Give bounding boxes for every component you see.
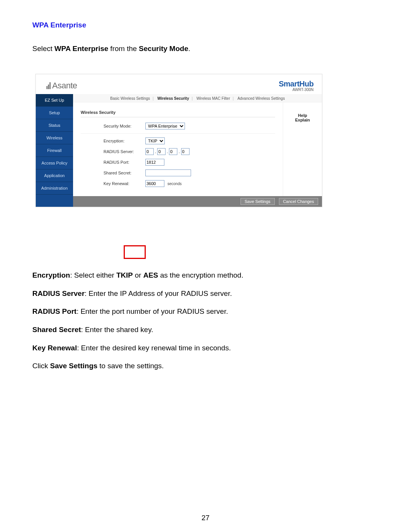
t: : Select either [70,271,116,279]
t: RADIUS Server [32,289,84,297]
label-key-renewal: Key Renewal: [81,181,145,186]
sidebar-item-wireless[interactable]: Wireless [36,132,73,144]
sidebar-item-administration[interactable]: Administration [36,182,73,195]
asante-logo-text: Asante [52,81,77,91]
tab-advanced-wireless[interactable]: Advanced Wireless Settings [236,96,287,101]
tab-sep: | [151,96,155,101]
t: : Enter the shared key. [81,326,153,334]
radius-ip-octet-3[interactable] [169,148,177,155]
intro-pre: Select [32,45,54,53]
t: : Enter the IP Address of your RADIUS se… [84,289,232,297]
intro-post: . [188,45,190,53]
t: as the encryption method. [158,271,244,279]
intro-bold2: Security Mode [139,45,188,53]
label-radius-server: RADIUS Server: [81,149,145,154]
t: Shared Secret [32,326,81,334]
label-security-mode: Security Mode: [81,124,145,128]
save-settings-button[interactable]: Save Settings [241,198,275,205]
desc-encryption-bold: Encryption [32,271,70,279]
security-mode-select[interactable]: WPA Enterprise [145,123,185,129]
intro-bold1: WPA Enterprise [54,45,108,53]
sidebar: EZ Set Up Setup Status Wireless Firewall… [36,94,73,207]
sidebar-item-access-policy[interactable]: Access Policy [36,157,73,169]
page-number: 27 [0,514,411,522]
t: TKIP [116,271,133,279]
sidebar-item-firewall[interactable]: Firewall [36,144,73,157]
t: AES [143,271,158,279]
t: Save Settings [50,362,97,370]
t: Click [32,362,50,370]
intro-mid: from the [108,45,139,53]
dot: . [166,149,169,154]
button-bar: Save Settings Cancel Changes [73,196,322,207]
dot: . [177,149,181,154]
divider [81,133,275,134]
label-radius-port: RADIUS Port: [81,160,145,165]
label-shared-secret: Shared Secret: [81,171,145,175]
key-renewal-unit: seconds [167,182,182,186]
sidebar-item-application[interactable]: Application [36,169,73,182]
asante-bars-icon [46,82,51,89]
shared-secret-input[interactable] [145,169,191,176]
section-title: WPA Enterprise [32,21,379,29]
sidebar-item-ezsetup[interactable]: EZ Set Up [36,94,73,107]
sidebar-item-setup[interactable]: Setup [36,107,73,119]
router-header: Asante SmartHub AWRT-300N [36,74,322,94]
form-area: Wireless Security Security Mode: WPA Ent… [73,102,283,196]
help-line2[interactable]: Explain [286,118,319,122]
radius-port-input[interactable] [145,159,164,166]
radius-ip-octet-1[interactable] [145,148,154,155]
encryption-select[interactable]: TKIP [145,137,165,144]
t: or [133,271,143,279]
radius-ip-octet-4[interactable] [181,148,190,155]
router-admin-screenshot: Asante SmartHub AWRT-300N EZ Set Up Setu… [35,74,322,207]
panel-title: Wireless Security [81,110,275,117]
desc-key-renewal: Key Renewal: Enter the desired key renew… [32,343,379,353]
t: RADIUS Port [32,307,76,315]
radius-ip-octet-2[interactable] [157,148,166,155]
cancel-changes-button[interactable]: Cancel Changes [279,198,318,205]
t: Key Renewal [32,344,77,352]
desc-radius-server: RADIUS Server: Enter the IP Address of y… [32,289,379,299]
desc-shared-secret: Shared Secret: Enter the shared key. [32,325,379,335]
smarthub-logo: SmartHub AWRT-300N [279,80,314,92]
help-column: Help Explain [283,102,322,196]
tab-wireless-security[interactable]: Wireless Security [156,96,190,101]
tab-basic-wireless[interactable]: Basic Wireless Settings [109,96,151,101]
tab-sep: | [191,96,194,101]
smarthub-primary: SmartHub [279,80,314,88]
key-renewal-input[interactable] [145,180,164,187]
asante-logo: Asante [46,81,77,91]
desc-radius-port: RADIUS Port: Enter the port number of yo… [32,307,379,316]
t: to save the settings. [97,362,164,370]
t: : Enter the port number of your RADIUS s… [76,307,228,315]
red-highlight-box [124,245,146,259]
descriptions: Encryption: Select either TKIP or AES as… [32,270,379,371]
tabs-row: Basic Wireless Settings| Wireless Securi… [73,94,322,102]
label-encryption: Encryption: [81,139,145,143]
dot: . [154,149,157,154]
sidebar-item-status[interactable]: Status [36,119,73,132]
tab-mac-filter[interactable]: Wireless MAC Filter [195,96,231,101]
intro-paragraph: Select WPA Enterprise from the Security … [32,45,379,53]
help-line1[interactable]: Help [286,113,319,118]
tab-sep: | [232,96,235,101]
t: : Enter the desired key renewal time in … [77,344,231,352]
desc-encryption: Encryption: Select either TKIP or AES as… [32,270,379,280]
desc-closing: Click Save Settings to save the settings… [32,361,379,371]
